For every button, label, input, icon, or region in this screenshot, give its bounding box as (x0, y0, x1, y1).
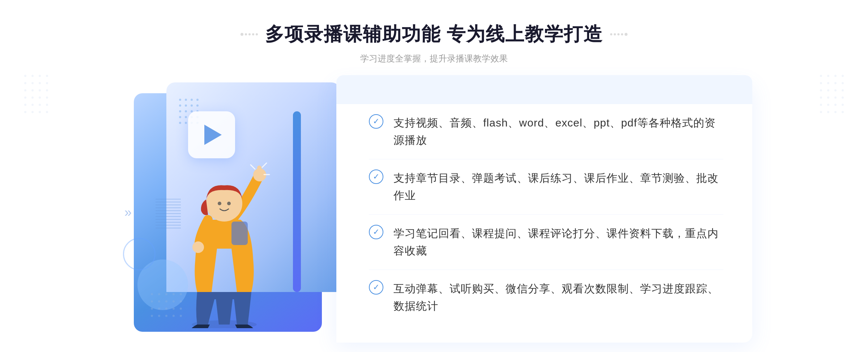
svg-point-44 (820, 111, 822, 113)
circle-blue-outline (123, 238, 156, 270)
page-container: 多项录播课辅助功能 专为线上教学打造 学习进度全掌握，提升录播课教学效果 » (0, 0, 868, 352)
svg-point-12 (24, 96, 26, 99)
header-section: 多项录播课辅助功能 专为线上教学打造 学习进度全掌握，提升录播课教学效果 (241, 22, 627, 64)
svg-point-53 (185, 104, 187, 107)
svg-point-8 (24, 89, 26, 91)
check-mark-1: ✓ (373, 117, 379, 125)
svg-point-28 (820, 82, 822, 84)
feature-text-2: 支持章节目录、弹题考试、课后练习、课后作业、章节测验、批改作业 (393, 169, 723, 204)
bg-dots-right (817, 72, 846, 146)
header-title-row: 多项录播课辅助功能 专为线上教学打造 (241, 22, 627, 47)
svg-point-42 (834, 104, 837, 106)
svg-point-39 (842, 96, 844, 99)
svg-point-6 (39, 82, 41, 84)
svg-point-14 (39, 96, 41, 99)
svg-point-40 (820, 104, 822, 106)
svg-point-29 (827, 82, 829, 84)
svg-point-73 (227, 202, 231, 205)
sub-title: 学习进度全掌握，提升录播课教学效果 (241, 53, 627, 64)
svg-point-2 (39, 75, 41, 77)
svg-point-56 (179, 110, 181, 112)
svg-point-37 (827, 96, 829, 99)
svg-point-13 (31, 96, 34, 99)
svg-point-9 (31, 89, 34, 91)
svg-point-16 (24, 104, 26, 106)
svg-point-25 (827, 75, 829, 77)
features-card: ✓ 支持视频、音频、flash、word、excel、ppt、pdf等各种格式的… (336, 82, 752, 343)
features-top-card (336, 75, 752, 104)
svg-point-48 (179, 99, 181, 101)
svg-point-18 (39, 104, 41, 106)
main-title: 多项录播课辅助功能 专为线上教学打造 (265, 22, 603, 47)
svg-point-22 (39, 111, 41, 113)
check-mark-3: ✓ (373, 228, 379, 236)
svg-rect-78 (231, 222, 248, 245)
svg-point-35 (842, 89, 844, 91)
svg-point-50 (191, 99, 193, 101)
svg-point-49 (185, 99, 187, 101)
svg-point-41 (827, 104, 829, 106)
check-icon-4: ✓ (369, 280, 383, 295)
svg-point-20 (24, 111, 26, 113)
svg-point-7 (46, 82, 48, 84)
svg-point-34 (834, 89, 837, 91)
svg-line-75 (251, 165, 255, 169)
svg-point-30 (834, 82, 837, 84)
svg-point-51 (196, 99, 199, 101)
svg-point-43 (842, 104, 844, 106)
svg-point-64 (179, 122, 181, 124)
illustration-area (116, 82, 340, 343)
svg-point-21 (31, 111, 34, 113)
feature-item-3: ✓ 学习笔记回看、课程提问、课程评论打分、课件资料下载，重点内容收藏 (369, 215, 723, 270)
feature-item-4: ✓ 互动弹幕、试听购买、微信分享、观看次数限制、学习进度跟踪、数据统计 (369, 270, 723, 325)
svg-point-45 (827, 111, 829, 113)
svg-point-33 (827, 89, 829, 91)
svg-rect-70 (257, 166, 261, 176)
svg-point-60 (179, 116, 181, 118)
svg-point-1 (31, 75, 34, 77)
svg-point-32 (820, 89, 822, 91)
feature-text-1: 支持视频、音频、flash、word、excel、ppt、pdf等各种格式的资源… (393, 114, 723, 149)
svg-point-65 (185, 122, 187, 124)
svg-point-5 (31, 82, 34, 84)
svg-point-3 (46, 75, 48, 77)
svg-point-47 (842, 111, 844, 113)
check-icon-2: ✓ (369, 169, 383, 184)
dots-decoration-right (610, 33, 627, 36)
svg-point-17 (31, 104, 34, 106)
svg-point-24 (820, 75, 822, 77)
svg-point-74 (192, 241, 204, 253)
svg-point-11 (46, 89, 48, 91)
svg-point-72 (218, 202, 221, 205)
svg-point-52 (179, 104, 181, 107)
svg-point-54 (191, 104, 193, 107)
svg-point-46 (834, 111, 837, 113)
svg-point-10 (39, 89, 41, 91)
character-illustration (152, 126, 297, 328)
svg-point-26 (834, 75, 837, 77)
check-mark-4: ✓ (373, 283, 379, 291)
svg-line-76 (262, 163, 267, 167)
svg-point-15 (46, 96, 48, 99)
svg-point-57 (185, 110, 187, 112)
left-nav-arrow[interactable]: » (124, 205, 132, 220)
svg-point-23 (46, 111, 48, 113)
check-mark-2: ✓ (373, 173, 379, 181)
bg-dots-left (22, 72, 51, 146)
svg-point-36 (820, 96, 822, 99)
svg-point-55 (196, 104, 199, 107)
feature-item-2: ✓ 支持章节目录、弹题考试、课后练习、课后作业、章节测验、批改作业 (369, 159, 723, 215)
svg-point-19 (46, 104, 48, 106)
check-icon-3: ✓ (369, 225, 383, 239)
svg-point-4 (24, 82, 26, 84)
check-icon-1: ✓ (369, 114, 383, 129)
svg-point-27 (842, 75, 844, 77)
dots-decoration-left (241, 33, 258, 36)
content-area: » (116, 82, 752, 343)
svg-point-38 (834, 96, 837, 99)
feature-text-4: 互动弹幕、试听购买、微信分享、观看次数限制、学习进度跟踪、数据统计 (393, 280, 723, 315)
feature-text-3: 学习笔记回看、课程提问、课程评论打分、课件资料下载，重点内容收藏 (393, 225, 723, 259)
svg-point-31 (842, 82, 844, 84)
feature-item-1: ✓ 支持视频、音频、flash、word、excel、ppt、pdf等各种格式的… (369, 104, 723, 159)
svg-point-0 (24, 75, 26, 77)
